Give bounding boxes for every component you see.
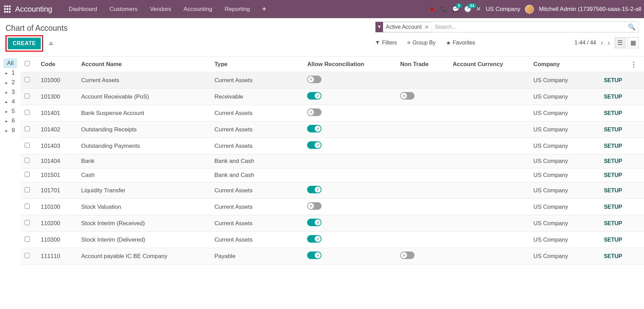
kanban-view-button[interactable]: ▦ [628,37,639,48]
setup-button[interactable]: SETUP [604,110,622,116]
table-row[interactable]: 110100 Stock Valuation Current Assets US… [21,199,644,215]
favorites-button[interactable]: ★ Favorites [446,40,475,46]
setup-button[interactable]: SETUP [604,220,622,226]
setup-button[interactable]: SETUP [604,188,622,193]
nav-accounting[interactable]: Accounting [178,1,219,17]
col-nontrade[interactable]: Non Trade [396,57,448,72]
col-currency[interactable]: Account Currency [448,57,529,72]
bug-icon[interactable]: 🐞 [428,5,435,13]
toggle-off[interactable] [307,76,321,83]
apps-icon[interactable] [4,5,12,13]
table-row[interactable]: 101403 Outstanding Payments Current Asse… [21,138,644,154]
search-box[interactable]: Active Account ✕ 🔍 [375,22,639,33]
list-view-button[interactable]: ☰ [615,37,626,48]
select-all-checkbox[interactable] [25,61,30,66]
avatar[interactable] [525,5,534,14]
column-options-icon[interactable]: ⋮ [630,61,637,68]
row-checkbox[interactable] [25,158,30,163]
table-row[interactable]: 111110 Account payable IC BE Company Pay… [21,248,644,265]
pager-next-icon[interactable]: › [608,39,610,47]
cell-recon [303,199,396,215]
toggle-on[interactable] [307,252,321,259]
sidebar-all[interactable]: All [3,59,17,68]
table-row[interactable]: 101701 Liquidity Transfer Current Assets… [21,182,644,199]
table-row[interactable]: 101300 Account Receivable (PoS) Receivab… [21,89,644,105]
nav-reporting[interactable]: Reporting [219,1,256,17]
row-checkbox[interactable] [25,93,30,99]
pager-prev-icon[interactable]: ‹ [601,39,603,47]
cell-nontrade [396,154,448,168]
table-row[interactable]: 101404 Bank Bank and Cash US Company SET… [21,154,644,168]
tools-icon[interactable]: ✕ [476,5,481,13]
sidebar-item-6[interactable]: 6 [3,116,17,126]
setup-button[interactable]: SETUP [604,237,622,243]
sidebar-item-4[interactable]: 4 [3,97,17,106]
row-checkbox[interactable] [25,236,30,242]
row-checkbox[interactable] [25,126,30,131]
create-button[interactable]: CREATE [8,38,41,49]
nav-customers[interactable]: Customers [103,1,144,17]
setup-button[interactable]: SETUP [604,143,622,149]
setup-button[interactable]: SETUP [604,158,622,164]
company-selector[interactable]: US Company [486,6,520,13]
setup-button[interactable]: SETUP [604,204,622,210]
sidebar-item-5[interactable]: 5 [3,106,17,116]
toggle-off[interactable] [307,202,321,210]
import-icon[interactable] [48,40,54,48]
row-checkbox[interactable] [25,187,30,192]
toggle-off[interactable] [307,108,321,116]
setup-button[interactable]: SETUP [604,94,622,100]
groupby-button[interactable]: ≡ Group By [407,40,436,46]
table-row[interactable]: 101000 Current Assets Current Assets US … [21,72,644,89]
col-name[interactable]: Account Name [77,57,210,72]
table-row[interactable]: 101501 Cash Bank and Cash US Company SET… [21,168,644,182]
toggle-on[interactable] [307,92,321,100]
search-input[interactable] [432,24,625,30]
search-expand-icon[interactable]: 🔍 [625,23,638,31]
nav-plus-icon[interactable]: + [256,0,272,18]
sidebar-item-3[interactable]: 3 [3,87,17,97]
sidebar-item-9[interactable]: 9 [3,126,17,135]
toggle-on[interactable] [307,186,321,193]
filters-button[interactable]: Filters [375,40,397,46]
row-checkbox[interactable] [25,77,30,82]
toggle-on[interactable] [307,219,321,226]
row-checkbox[interactable] [25,110,30,115]
col-company[interactable]: Company [529,57,594,72]
row-checkbox[interactable] [25,143,30,148]
sidebar-item-1[interactable]: 1 [3,68,17,78]
groupby-label: Group By [412,40,436,46]
table-row[interactable]: 110200 Stock Interim (Received) Current … [21,215,644,232]
setup-button[interactable]: SETUP [604,172,622,178]
col-code[interactable]: Code [37,57,77,72]
sidebar-item-2[interactable]: 2 [3,78,17,87]
facet-remove-icon[interactable]: ✕ [424,24,429,30]
app-brand[interactable]: Accounting [15,5,52,14]
row-checkbox[interactable] [25,204,30,209]
toggle-off[interactable] [400,92,415,100]
cell-name: Current Assets [77,72,210,89]
table-row[interactable]: 110300 Stock Interim (Delivered) Current… [21,232,644,248]
col-type[interactable]: Type [210,57,303,72]
toggle-on[interactable] [307,125,321,132]
row-checkbox[interactable] [25,253,30,258]
row-checkbox[interactable] [25,172,30,177]
row-checkbox[interactable] [25,220,30,225]
setup-button[interactable]: SETUP [604,253,622,259]
activity-icon[interactable]: 🕐34 [464,5,471,13]
toggle-on[interactable] [307,141,321,149]
col-recon[interactable]: Allow Reconciliation [303,57,396,72]
setup-button[interactable]: SETUP [604,127,622,132]
messaging-icon[interactable]: 💬3 [452,5,459,13]
phone-icon[interactable]: 📞 [440,5,447,13]
toggle-off[interactable] [400,252,415,259]
table-row[interactable]: 101402 Outstanding Receipts Current Asse… [21,121,644,138]
setup-button[interactable]: SETUP [604,77,622,83]
cell-recon [303,121,396,138]
nav-vendors[interactable]: Vendors [144,1,177,17]
user-menu[interactable]: Mitchell Admin (17397560-saas-15-2-all [539,6,641,13]
table-row[interactable]: 101401 Bank Suspense Account Current Ass… [21,105,644,121]
cell-name: Outstanding Payments [77,138,210,154]
nav-dashboard[interactable]: Dashboard [63,1,103,17]
toggle-on[interactable] [307,235,321,243]
